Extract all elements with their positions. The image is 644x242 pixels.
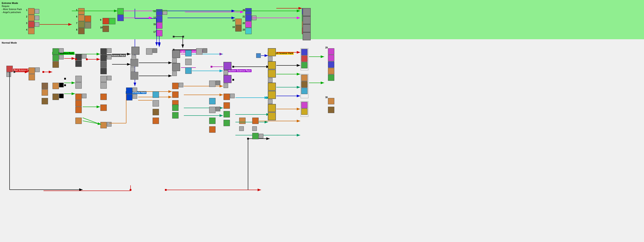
tech-science-label: Tech Science Pack: [126, 91, 146, 94]
production-science-label: Production Science Pack: [224, 69, 252, 72]
logistic-science-label: Logistic Science Pack: [178, 50, 202, 53]
extreme-mode-label: Extreme Mode: [2, 2, 18, 4]
green-science-label: Green Science Pack: [52, 52, 74, 55]
extreme-mode-text: Require- More Science Pack- Angel's petr…: [2, 5, 22, 14]
military-science-label: Military Science Pack: [102, 54, 126, 57]
red-science-label: Red Science Pack: [13, 69, 33, 71]
extreme-mode-area: [0, 0, 644, 39]
main-diagram-area: [0, 39, 644, 242]
high-tech-science-label: High Tech Science Pack: [268, 52, 294, 55]
normal-mode-label: Normal Mode: [2, 41, 17, 44]
